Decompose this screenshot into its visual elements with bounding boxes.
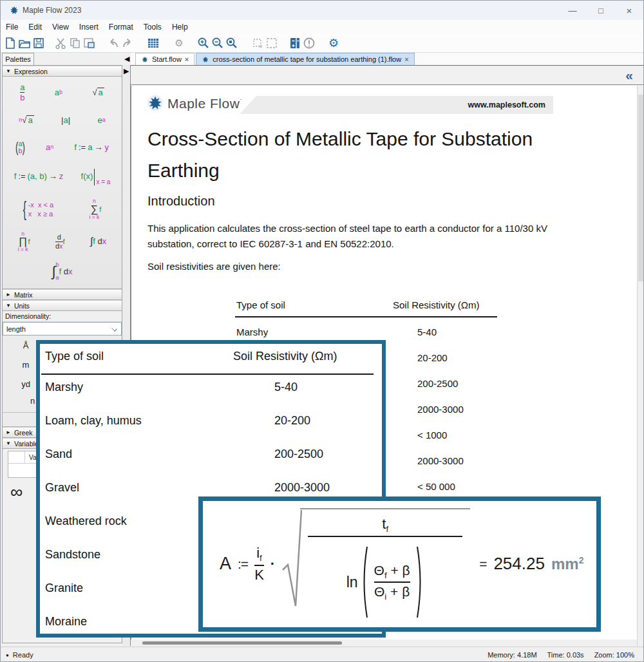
- select-region-icon[interactable]: [251, 35, 265, 52]
- table-cell: Sand: [45, 448, 72, 461]
- copy-icon[interactable]: [68, 35, 82, 52]
- table-cell: 2000-3000: [417, 455, 464, 466]
- palette-fraction-button[interactable]: ab: [20, 83, 24, 102]
- collapse-left-icon[interactable]: ◀: [124, 55, 129, 62]
- horizontal-scrollbar[interactable]: [131, 639, 637, 646]
- palette-product-button[interactable]: n∏i = kf: [18, 231, 30, 252]
- palette-indexed-button[interactable]: an: [46, 143, 53, 152]
- tab-close-icon[interactable]: ×: [185, 55, 189, 63]
- menu-tools[interactable]: Tools: [142, 21, 168, 33]
- bg-table-underline: [235, 316, 497, 317]
- calculation-options-icon[interactable]: [288, 35, 302, 52]
- matrix-section-title: Matrix: [14, 291, 33, 299]
- tab-close-icon[interactable]: ×: [404, 55, 408, 63]
- matrix-section-header[interactable]: ► Matrix: [3, 289, 122, 300]
- palette-derivative-button[interactable]: ddxf: [55, 234, 65, 250]
- save-icon[interactable]: [32, 35, 46, 52]
- tab-start-flow[interactable]: Start.flow ×: [135, 53, 194, 65]
- cut-icon[interactable]: [53, 35, 68, 52]
- grid-icon[interactable]: [146, 35, 160, 52]
- palette-power-button[interactable]: ab: [55, 88, 62, 97]
- section-collapsed-icon: ►: [6, 430, 11, 435]
- palette-nthroot-button[interactable]: n√a: [19, 115, 33, 125]
- formula-sqrt: tf ln Θf + β Θi + β: [281, 508, 470, 620]
- table-cell: Weathered rock: [45, 515, 127, 528]
- chevron-down-icon: [111, 326, 117, 331]
- collapse-panel-chevrons-icon[interactable]: «: [625, 68, 633, 83]
- doc-title: Cross-Section of Metallic Tape for Subst…: [147, 123, 563, 186]
- overlay-col-soil: Type of soil: [45, 350, 104, 363]
- table-cell: 2000-3000: [417, 404, 464, 415]
- expand-right-icon[interactable]: ▶: [124, 68, 129, 75]
- greek-section-title: Greek: [14, 429, 33, 437]
- tab-label: Start.flow: [152, 55, 182, 63]
- paste-icon[interactable]: [82, 35, 96, 52]
- palette-sqrt-button[interactable]: √a: [92, 88, 104, 97]
- vertical-scrollbar-thumb[interactable]: [638, 95, 644, 281]
- main-toolbar: ⚙ ⚙: [1, 33, 643, 53]
- maximize-button[interactable]: □: [587, 1, 615, 20]
- menu-file[interactable]: File: [5, 21, 24, 33]
- doc-site-banner: www.maplesoft.com: [240, 96, 553, 114]
- zoom-reset-icon[interactable]: [225, 35, 239, 52]
- palette-eval-at-button[interactable]: f(x)x = a: [81, 169, 111, 185]
- table-cell: 20-200: [274, 414, 310, 428]
- evaluate-gears-icon[interactable]: ⚙: [172, 35, 186, 52]
- undo-icon[interactable]: [106, 35, 120, 52]
- minimize-button[interactable]: —: [558, 1, 587, 20]
- new-file-icon[interactable]: [3, 35, 17, 52]
- close-button[interactable]: ×: [615, 1, 643, 20]
- palette-exp-button[interactable]: ea: [98, 116, 106, 125]
- formula-equals: =: [479, 556, 487, 572]
- palettes-tab[interactable]: Palettes: [2, 53, 34, 65]
- table-cell: 20-200: [417, 352, 448, 363]
- doc-logo-leaf-icon: [147, 95, 164, 111]
- status-bar: ● Ready Memory: 4.18M Time: 0.03s Zoom: …: [1, 647, 643, 662]
- doc-intro-heading: Introduction: [147, 194, 215, 209]
- table-cell: 2000-3000: [274, 481, 330, 495]
- units-section-header[interactable]: ▼ Units: [3, 300, 122, 311]
- menu-format[interactable]: Format: [108, 21, 140, 33]
- section-expanded-icon: ▼: [6, 68, 11, 74]
- section-collapsed-icon: ►: [6, 292, 11, 298]
- expression-section-header[interactable]: ▼ Expression: [3, 66, 122, 77]
- select-all-icon[interactable]: [265, 35, 279, 52]
- menu-insert[interactable]: Insert: [78, 21, 105, 33]
- zoom-in-icon[interactable]: [196, 35, 211, 52]
- unit-clipped-button[interactable]: n: [30, 396, 35, 406]
- palette-sum-button[interactable]: n∑i = kf: [89, 198, 101, 220]
- overlay-col-res: Soil Resistivity (Ωm): [233, 350, 337, 363]
- left-paren-icon: [360, 544, 368, 620]
- zoom-out-icon[interactable]: [211, 35, 225, 52]
- bg-table-col-soil: Type of soil: [236, 299, 285, 310]
- palette-definite-integral-button[interactable]: ∫baf dx: [52, 262, 72, 281]
- tab-leaf-icon: [202, 56, 209, 63]
- window-title: Maple Flow 2023: [23, 6, 81, 15]
- palette-function2-def-button[interactable]: f:=(a, b)→z: [14, 172, 64, 181]
- open-file-icon[interactable]: [17, 35, 32, 52]
- formula-expression: A := if K · tf ln: [220, 508, 583, 620]
- dimensionality-label: Dimensionality:: [3, 311, 122, 322]
- table-cell: Marshy: [236, 326, 268, 337]
- palette-abs-button[interactable]: |a|: [61, 116, 70, 125]
- dimensionality-dropdown[interactable]: length: [3, 322, 122, 336]
- app-leaf-icon: [9, 5, 19, 15]
- expression-palette: ab ab √a n√a |a| ea (ab) an f:=a→y f:=(a…: [3, 77, 122, 289]
- menu-help[interactable]: Help: [171, 21, 194, 33]
- menu-view[interactable]: View: [51, 21, 75, 33]
- palette-vector-button[interactable]: (ab): [15, 140, 25, 155]
- horizontal-scrollbar-thumb[interactable]: [142, 641, 342, 645]
- vertical-scrollbar[interactable]: [637, 86, 644, 646]
- table-cell: Moraine: [45, 615, 87, 629]
- redo-icon[interactable]: [120, 35, 135, 52]
- settings-gear-icon[interactable]: ⚙: [327, 35, 341, 52]
- tab-cross-section-flow[interactable]: cross-section of metallic tape for subst…: [196, 53, 414, 65]
- right-paren-icon: [416, 544, 424, 620]
- palette-piecewise-button[interactable]: {-x x < ax x ≥ a: [23, 201, 53, 218]
- palette-function-def-button[interactable]: f:=a→y: [74, 143, 109, 152]
- document-toolbar-strip: «: [131, 66, 644, 85]
- palette-integral-button[interactable]: ∫f dx: [90, 236, 106, 247]
- warnings-icon[interactable]: [302, 35, 316, 52]
- menu-edit[interactable]: Edit: [27, 21, 48, 33]
- infinity-icon[interactable]: ∞: [10, 482, 23, 502]
